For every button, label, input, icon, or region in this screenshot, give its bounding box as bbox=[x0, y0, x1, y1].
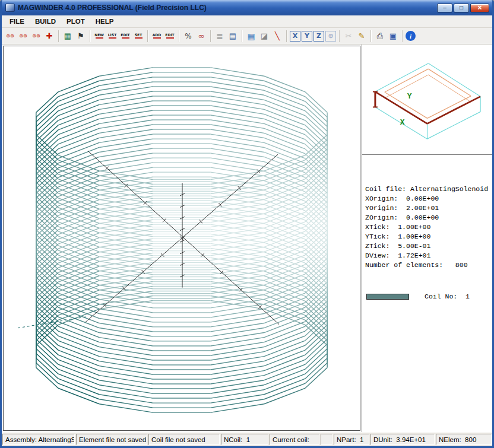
menu-item-build[interactable]: BUILD bbox=[30, 17, 61, 26]
minimize-button[interactable]: – bbox=[437, 4, 452, 12]
toolbar-separator bbox=[147, 30, 148, 42]
status-nelem: NElem: 800 bbox=[436, 434, 492, 445]
zoom-target-button[interactable]: ⊕ bbox=[325, 31, 336, 42]
title-bar[interactable]: MAGWINDER 4.0 PROFESSIONAL (Field Precis… bbox=[2, 0, 492, 15]
part-set-button[interactable]: SET bbox=[132, 30, 144, 43]
stereo-glasses-icon[interactable]: ∞ bbox=[195, 30, 207, 43]
save-icon[interactable]: ▣ bbox=[387, 30, 399, 43]
coil-legend-row: Coil No: 1 bbox=[365, 292, 491, 301]
print-icon[interactable]: ⎙ bbox=[374, 30, 386, 43]
info-line-d-view: DView: 1.72E+01 bbox=[365, 251, 491, 260]
toolbar-separator bbox=[242, 30, 242, 42]
coil-add-button[interactable]: ADD bbox=[151, 30, 163, 43]
toolbar-separator bbox=[210, 30, 211, 42]
window-controls: – □ × bbox=[437, 4, 489, 12]
plot-page-icon[interactable]: ▤ bbox=[227, 30, 239, 43]
close-button[interactable]: × bbox=[470, 4, 489, 12]
view-x-button[interactable]: X bbox=[290, 31, 300, 42]
pan-arrows-icon[interactable]: ✚ bbox=[43, 30, 55, 43]
maximize-button[interactable]: □ bbox=[454, 4, 469, 12]
view-y-button[interactable]: Y bbox=[302, 31, 312, 42]
toolbar-separator bbox=[402, 30, 403, 42]
info-line-z-origin: ZOrigin: 0.00E+00 bbox=[365, 213, 491, 223]
toolbar-separator bbox=[179, 30, 179, 42]
flag-icon[interactable]: ⚑ bbox=[75, 30, 87, 43]
solenoid-3d-icon[interactable]: ⊚⊚ bbox=[30, 30, 42, 43]
main-content: YX Coil file: AlternatingSolenoidXOrigin… bbox=[2, 45, 492, 432]
toolbar-separator bbox=[90, 30, 90, 42]
coil-edit-button[interactable]: EDIT bbox=[164, 30, 176, 43]
toolbar-separator bbox=[286, 30, 287, 42]
solenoid-wireframe bbox=[36, 68, 327, 412]
scale-percent-icon[interactable]: % bbox=[182, 30, 194, 43]
status-dunit: DUnit: 3.94E+01 bbox=[370, 434, 435, 445]
slice-icon[interactable]: ◪ bbox=[258, 30, 270, 43]
right-panel: YX Coil file: AlternatingSolenoidXOrigin… bbox=[362, 45, 492, 432]
part-list-button[interactable]: LIST bbox=[106, 30, 118, 43]
status-coil-file: Coil file not saved bbox=[148, 434, 220, 445]
menu-item-plot[interactable]: PLOT bbox=[61, 17, 90, 26]
part-edit-button[interactable]: EDIT bbox=[119, 30, 131, 43]
status-element-file: Element file not saved bbox=[76, 434, 147, 445]
menu-bar: FILEBUILDPLOTHELP bbox=[2, 15, 492, 28]
toolbar-separator bbox=[58, 30, 59, 42]
orientation-y-label: Y bbox=[407, 93, 412, 101]
plot-area[interactable] bbox=[3, 46, 360, 431]
app-icon bbox=[5, 4, 15, 12]
info-line-z-tick: ZTick: 5.00E-01 bbox=[365, 242, 491, 251]
cut-icon[interactable]: ✂ bbox=[343, 30, 354, 43]
menu-item-help[interactable]: HELP bbox=[90, 17, 119, 26]
part-new-button[interactable]: NEW bbox=[93, 30, 105, 43]
orientation-x-label: X bbox=[400, 118, 405, 127]
info-line-y-origin: YOrigin: 2.00E+01 bbox=[365, 204, 491, 213]
info-panel: Coil file: AlternatingSolenoidXOrigin: 0… bbox=[362, 155, 492, 432]
info-lines: Coil file: AlternatingSolenoidXOrigin: 0… bbox=[365, 185, 491, 270]
status-ncoil: NCoil: 1 bbox=[221, 434, 268, 445]
mesh-grid-icon[interactable]: ▦ bbox=[245, 30, 257, 43]
orientation-view: YX bbox=[362, 45, 492, 155]
status-assembly: Assembly: AlternatingSolenoid bbox=[2, 434, 75, 445]
solenoid-xy-icon[interactable]: ⊚⊚ bbox=[4, 30, 16, 43]
info-line-x-origin: XOrigin: 0.00E+00 bbox=[365, 194, 491, 204]
status-npart: NPart: 1 bbox=[334, 434, 369, 445]
toolbar-separator bbox=[370, 30, 371, 42]
status-current-coil: Current coil: bbox=[270, 434, 319, 445]
scan-line-icon[interactable]: ╲ bbox=[271, 30, 283, 43]
element-list-icon[interactable]: ≣ bbox=[214, 30, 226, 43]
solenoid-xz-icon[interactable]: ⊚⊚ bbox=[17, 30, 29, 43]
edit-pencil-icon[interactable]: ✎ bbox=[356, 30, 368, 43]
orientation-box: YX bbox=[362, 45, 492, 154]
info-icon[interactable]: i bbox=[406, 31, 416, 41]
window-title: MAGWINDER 4.0 PROFESSIONAL (Field Precis… bbox=[18, 4, 437, 12]
coil-no-label: Coil No: 1 bbox=[425, 292, 470, 301]
toolbar: ⊚⊚⊚⊚⊚⊚✚▦⚑NEWLISTEDITSETADDEDIT%∞≣▤▦◪╲XYZ… bbox=[2, 28, 492, 45]
plot-image-icon[interactable]: ▦ bbox=[62, 30, 74, 43]
info-line-y-tick: YTick: 1.00E+00 bbox=[365, 232, 491, 242]
menu-item-file[interactable]: FILE bbox=[4, 17, 30, 26]
view-z-button[interactable]: Z bbox=[314, 31, 324, 42]
info-line-num-elements: Number of elements: 800 bbox=[365, 260, 491, 270]
solenoid-plot[interactable] bbox=[4, 46, 360, 430]
app-window: MAGWINDER 4.0 PROFESSIONAL (Field Precis… bbox=[0, 0, 494, 448]
status-current-coil-value bbox=[321, 434, 332, 445]
status-bar: Assembly: AlternatingSolenoidElement fil… bbox=[2, 432, 492, 446]
coil-color-swatch bbox=[366, 294, 409, 300]
info-line-x-tick: XTick: 1.00E+00 bbox=[365, 223, 491, 232]
toolbar-separator bbox=[339, 30, 340, 42]
info-line-coil-file: Coil file: AlternatingSolenoid bbox=[365, 185, 491, 194]
